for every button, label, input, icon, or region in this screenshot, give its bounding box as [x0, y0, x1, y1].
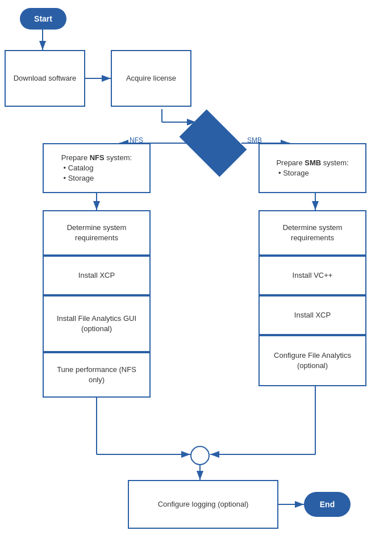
config-log-box: Configure logging (optional) [128, 480, 278, 529]
install-xcp-smb-box: Install XCP [258, 295, 366, 335]
start-node: Start [20, 8, 66, 30]
flowchart: Start Download software Acquire license … [0, 0, 392, 543]
install-fa-gui-box: Install File Analytics GUI (optional) [43, 295, 151, 352]
install-xcp-nfs-box: Install XCP [43, 256, 151, 295]
install-vcc-box: Install VC++ [258, 256, 366, 295]
det-req-smb-box: Determine system requirements [258, 210, 366, 256]
acquire-box: Acquire license [111, 50, 191, 107]
which-system-diamond: Which system? [185, 124, 241, 162]
prepare-nfs-box: Prepare NFS system: • Catalog • Storage [43, 143, 151, 193]
end-node: End [304, 492, 351, 517]
tune-box: Tune performance (NFS only) [43, 352, 151, 398]
download-box: Download software [5, 50, 85, 107]
det-req-nfs-box: Determine system requirements [43, 210, 151, 256]
config-fa-box: Configure File Analytics (optional) [258, 335, 366, 386]
merge-circle [190, 446, 210, 465]
prepare-smb-box: Prepare SMB system: • Storage [258, 143, 366, 193]
